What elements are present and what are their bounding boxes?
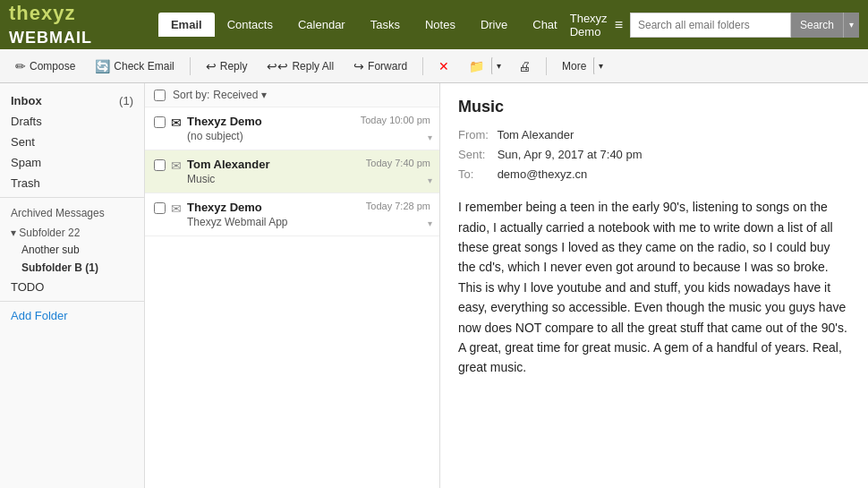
archived-label: Archived Messages bbox=[11, 207, 105, 219]
sidebar-item-todo[interactable]: TODO bbox=[0, 277, 144, 297]
toolbar-separator-3 bbox=[546, 57, 547, 75]
more-label: More bbox=[562, 60, 586, 73]
nav-tab-chat[interactable]: Chat bbox=[520, 13, 569, 37]
email-arrow-1: ▾ bbox=[428, 133, 432, 142]
more-dropdown[interactable]: More ▾ bbox=[554, 56, 608, 77]
inbox-count: (1) bbox=[119, 94, 133, 107]
email-unread-icon-1: ✉ bbox=[171, 116, 182, 130]
drafts-label: Drafts bbox=[11, 115, 42, 128]
check-email-button[interactable]: 🔄 Check Email bbox=[87, 55, 182, 78]
print-button[interactable]: 🖨 bbox=[510, 55, 539, 78]
email-meta: From: Tom Alexander Sent: Sun, Apr 9, 20… bbox=[458, 125, 850, 184]
email-row[interactable]: ✉ Thexyz Demo Today 7:28 pm Thexyz Webma… bbox=[145, 193, 439, 236]
logo: thexyz WEBMAIL bbox=[9, 2, 140, 48]
search-dropdown-button[interactable]: ▾ bbox=[843, 13, 859, 38]
subfolderB-label: Subfolder B bbox=[21, 261, 82, 274]
top-right-area: Thexyz Demo ≡ Search ▾ bbox=[570, 12, 859, 39]
sidebar-divider-2 bbox=[0, 301, 144, 302]
delete-icon: ✕ bbox=[438, 59, 449, 73]
more-button[interactable]: More bbox=[554, 56, 593, 77]
compose-icon: ✏ bbox=[15, 59, 26, 73]
sidebar-sub-anothersub[interactable]: Another sub bbox=[0, 241, 144, 259]
email-content-1: Thexyz Demo Today 10:00 pm (no subject) bbox=[187, 115, 430, 142]
email-arrow-2: ▾ bbox=[428, 176, 432, 185]
nav-tab-calendar[interactable]: Calendar bbox=[285, 13, 358, 37]
subfolder22-collapse-icon: ▾ bbox=[11, 227, 19, 239]
anothersub-label: Another sub bbox=[21, 244, 80, 256]
sidebar-item-sent[interactable]: Sent bbox=[0, 132, 144, 152]
forward-label: Forward bbox=[368, 60, 407, 73]
sent-value: Sun, Apr 9, 2017 at 7:40 pm bbox=[498, 148, 642, 161]
nav-tabs: Email Contacts Calendar Tasks Notes Driv… bbox=[158, 13, 570, 37]
move-button[interactable]: 📁 bbox=[461, 55, 491, 78]
sidebar-section-subfolder22[interactable]: ▾ Subfolder 22 bbox=[0, 221, 144, 241]
email-subject-3: Thexyz Webmail App bbox=[187, 216, 430, 228]
search-button[interactable]: Search bbox=[791, 13, 843, 38]
compose-button[interactable]: ✏ Compose bbox=[7, 55, 83, 78]
email-sender-3: Thexyz Demo bbox=[187, 201, 262, 214]
search-area: Search ▾ bbox=[630, 13, 859, 38]
sent-label: Sent: bbox=[458, 145, 494, 165]
sidebar-item-inbox[interactable]: Inbox (1) bbox=[0, 90, 144, 111]
sidebar-section-archived[interactable]: Archived Messages bbox=[0, 201, 144, 221]
nav-tab-email[interactable]: Email bbox=[158, 13, 215, 37]
email-icon-3: ✉ bbox=[171, 201, 182, 216]
move-dropdown-arrow[interactable]: ▾ bbox=[491, 56, 506, 75]
spam-label: Spam bbox=[11, 156, 41, 169]
email-content-3: Thexyz Demo Today 7:28 pm Thexyz Webmail… bbox=[187, 201, 430, 228]
compose-label: Compose bbox=[30, 60, 75, 73]
to-label: To: bbox=[458, 165, 494, 184]
reply-all-label: Reply All bbox=[292, 60, 334, 73]
email-content-2: Tom Alexander Today 7:40 pm Music bbox=[187, 158, 430, 185]
logo-thexyz: thexyz bbox=[9, 2, 75, 24]
nav-tab-notes[interactable]: Notes bbox=[413, 13, 468, 37]
logo-webmail: WEBMAIL bbox=[9, 29, 92, 47]
forward-icon: ↪ bbox=[353, 59, 364, 73]
nav-tab-tasks[interactable]: Tasks bbox=[358, 13, 413, 37]
menu-icon[interactable]: ≡ bbox=[615, 17, 623, 33]
email-preview-title: Music bbox=[458, 98, 850, 116]
sidebar-item-trash[interactable]: Trash bbox=[0, 173, 144, 193]
more-dropdown-arrow[interactable]: ▾ bbox=[593, 56, 608, 75]
sidebar: Inbox (1) Drafts Sent Spam Trash Archive… bbox=[0, 83, 145, 488]
email-time-3: Today 7:28 pm bbox=[366, 201, 430, 211]
inbox-label: Inbox bbox=[11, 94, 42, 107]
email-sender-1: Thexyz Demo bbox=[187, 115, 262, 128]
add-folder-link[interactable]: Add Folder bbox=[0, 305, 144, 326]
sort-bar: Sort by: Received ▾ bbox=[145, 83, 439, 107]
topbar: thexyz WEBMAIL Email Contacts Calendar T… bbox=[0, 0, 868, 49]
nav-tab-contacts[interactable]: Contacts bbox=[215, 13, 285, 37]
subfolder22-label: Subfolder 22 bbox=[19, 227, 80, 239]
email-time-2: Today 7:40 pm bbox=[366, 158, 430, 168]
email-icon-2: ✉ bbox=[171, 158, 182, 173]
email-list: Sort by: Received ▾ ✉ Thexyz Demo Today … bbox=[145, 83, 440, 488]
delete-button[interactable]: ✕ bbox=[430, 55, 457, 78]
sidebar-divider-1 bbox=[0, 197, 144, 198]
sort-by-value[interactable]: Received bbox=[213, 89, 258, 101]
email-checkbox-1[interactable] bbox=[154, 116, 166, 128]
select-all-checkbox[interactable] bbox=[154, 90, 166, 101]
reply-button[interactable]: ↩ Reply bbox=[198, 55, 256, 78]
reply-all-button[interactable]: ↩↩ Reply All bbox=[259, 55, 342, 78]
nav-tab-drive[interactable]: Drive bbox=[468, 13, 520, 37]
move-dropdown[interactable]: 📁 ▾ bbox=[461, 55, 506, 78]
sidebar-item-spam[interactable]: Spam bbox=[0, 152, 144, 173]
email-row[interactable]: ✉ Tom Alexander Today 7:40 pm Music ▾ bbox=[145, 150, 439, 193]
toolbar: ✏ Compose 🔄 Check Email ↩ Reply ↩↩ Reply… bbox=[0, 49, 868, 83]
reply-all-icon: ↩↩ bbox=[267, 59, 288, 73]
search-input[interactable] bbox=[630, 13, 791, 38]
forward-button[interactable]: ↪ Forward bbox=[345, 55, 415, 78]
user-name: Thexyz Demo bbox=[570, 12, 608, 39]
add-folder-label: Add Folder bbox=[11, 309, 68, 322]
sent-label: Sent bbox=[11, 135, 35, 149]
sidebar-sub-subfolderB[interactable]: Subfolder B (1) bbox=[0, 259, 144, 277]
email-checkbox-3[interactable] bbox=[154, 202, 166, 214]
sidebar-item-drafts[interactable]: Drafts bbox=[0, 111, 144, 132]
email-checkbox-2[interactable] bbox=[154, 159, 166, 171]
subfolderB-count: (1) bbox=[85, 261, 98, 274]
to-value: demo@thexyz.cn bbox=[498, 167, 588, 181]
reply-label: Reply bbox=[220, 60, 248, 73]
sort-by-arrow[interactable]: ▾ bbox=[261, 89, 267, 101]
email-subject-2: Music bbox=[187, 173, 430, 185]
email-row[interactable]: ✉ Thexyz Demo Today 10:00 pm (no subject… bbox=[145, 107, 439, 150]
